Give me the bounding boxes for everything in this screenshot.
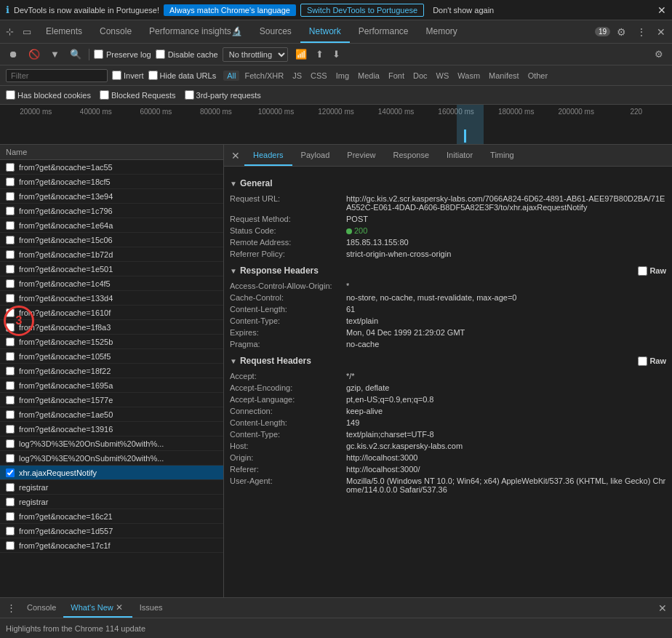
detail-panel: ✕ Headers Payload Preview Response Initi…	[224, 145, 672, 597]
network-item[interactable]: from?get&nocache=1ae50	[0, 407, 223, 422]
tab-sources[interactable]: Sources	[251, 20, 300, 43]
tab-performance[interactable]: Performance	[350, 20, 417, 43]
wifi-icon[interactable]: 📶	[292, 47, 310, 61]
network-item[interactable]: from?get&nocache=1b72d	[0, 247, 223, 262]
filter-other[interactable]: Other	[524, 71, 552, 81]
device-icon[interactable]: ▭	[20, 25, 34, 39]
filter-all[interactable]: All	[223, 71, 239, 81]
general-section-header[interactable]: ▼ General	[230, 178, 666, 188]
whats-new-close-icon[interactable]: ✕	[113, 602, 125, 613]
raw-request-checkbox[interactable]	[638, 356, 647, 366]
download-icon[interactable]: ⬇	[329, 47, 343, 61]
network-item[interactable]: log?%3D%3E%20OnSubmit%20with%...	[0, 451, 223, 466]
preserve-log-checkbox[interactable]	[94, 49, 103, 59]
filter-media[interactable]: Media	[354, 71, 383, 81]
detail-tab-headers[interactable]: Headers	[244, 145, 292, 166]
tab-performance-insights[interactable]: Performance insights 🔬	[140, 20, 251, 43]
filter-img[interactable]: Img	[332, 71, 353, 81]
network-item[interactable]: from?get&nocache=133d4	[0, 291, 223, 306]
detail-tab-response[interactable]: Response	[384, 145, 438, 166]
network-item[interactable]: from?get&nocache=16c21	[0, 509, 223, 524]
detail-tab-payload[interactable]: Payload	[292, 145, 339, 166]
filter-ws[interactable]: WS	[433, 71, 453, 81]
tab-memory[interactable]: Memory	[417, 20, 466, 43]
tab-elements[interactable]: Elements	[37, 20, 91, 43]
filter-manifest[interactable]: Manifest	[485, 71, 523, 81]
bottom-tab-console[interactable]: Console	[20, 598, 63, 618]
filter-css[interactable]: CSS	[307, 71, 331, 81]
network-item[interactable]: from?get&nocache=1c4f5	[0, 276, 223, 291]
third-party-checkbox[interactable]	[185, 90, 194, 100]
network-item[interactable]: from?get&nocache=18f22	[0, 364, 223, 378]
network-item[interactable]: log?%3D%3E%20OnSubmit%20with%...	[0, 436, 223, 451]
network-item-selected[interactable]: xhr.ajaxRequestNotify	[0, 466, 223, 480]
network-item[interactable]: from?get&nocache=1610f	[0, 306, 223, 320]
network-item[interactable]: from?get&nocache=17c1f	[0, 538, 223, 553]
network-item[interactable]: from?get&nocache=13e94	[0, 189, 223, 204]
network-settings-icon[interactable]: ⚙	[652, 47, 666, 61]
hide-data-urls-checkbox[interactable]	[148, 71, 158, 80]
tab-network[interactable]: Network	[300, 20, 350, 43]
filter-input[interactable]	[6, 69, 108, 82]
column-resize-handle[interactable]	[220, 145, 223, 159]
filter-js[interactable]: JS	[289, 71, 305, 81]
btn-switch-devtools[interactable]: Switch DevTools to Portuguese	[300, 4, 424, 17]
blocked-requests-checkbox[interactable]	[100, 90, 109, 100]
network-item[interactable]: from?get&nocache=1525b	[0, 335, 223, 349]
network-item[interactable]: from?get&nocache=1e501	[0, 262, 223, 276]
network-item[interactable]: from?get&nocache=105f5	[0, 349, 223, 364]
upload-icon[interactable]: ⬆	[313, 47, 327, 61]
settings-icon[interactable]: ⚙	[613, 25, 630, 39]
has-blocked-cookies-checkbox[interactable]	[6, 90, 15, 100]
response-headers-section-header[interactable]: ▼ Response Headers Raw	[230, 266, 666, 276]
filter-wasm[interactable]: Wasm	[454, 71, 484, 81]
detail-tab-preview[interactable]: Preview	[338, 145, 384, 166]
btn-dont-show[interactable]: Don't show again	[428, 4, 498, 16]
clear-button[interactable]: 🚫	[25, 47, 43, 61]
detail-tab-timing[interactable]: Timing	[481, 145, 523, 166]
disable-cache-checkbox[interactable]	[156, 49, 165, 59]
network-item[interactable]: from?get&nocache=18cf5	[0, 175, 223, 189]
detail-tab-initiator[interactable]: Initiator	[438, 145, 481, 166]
detail-tab-bar: ✕ Headers Payload Preview Response Initi…	[224, 145, 672, 167]
detail-close-button[interactable]: ✕	[227, 148, 244, 163]
accept-language-key: Accept-Language:	[230, 395, 346, 404]
bottom-tab-issues[interactable]: Issues	[132, 598, 170, 618]
banner-close-button[interactable]: ✕	[657, 4, 666, 16]
more-tabs-icon[interactable]: ⋮	[633, 25, 650, 39]
access-control-key: Access-Control-Allow-Origin:	[230, 282, 346, 290]
network-item[interactable]: from?get&nocache=1ac55	[0, 160, 223, 175]
filter-doc[interactable]: Doc	[409, 71, 431, 81]
status-code-row: Status Code: 200	[230, 225, 666, 236]
network-item[interactable]: from?get&nocache=1d557	[0, 524, 223, 538]
network-items-list: from?get&nocache=1ac55 from?get&nocache=…	[0, 160, 223, 597]
throttle-select[interactable]: No throttling	[223, 47, 288, 62]
network-item[interactable]: from?get&nocache=1695a	[0, 378, 223, 393]
tab-console[interactable]: Console	[91, 20, 140, 43]
search-button[interactable]: 🔍	[67, 47, 84, 61]
network-item[interactable]: from?get&nocache=1577e	[0, 393, 223, 407]
filter-icon-button[interactable]: ▼	[47, 47, 63, 61]
network-item[interactable]: from?get&nocache=13916	[0, 422, 223, 436]
bottom-more-icon[interactable]: ⋮	[3, 601, 20, 615]
network-item[interactable]: from?get&nocache=1e64a	[0, 218, 223, 233]
network-item[interactable]: registrar	[0, 480, 223, 495]
raw-response-checkbox[interactable]	[638, 266, 647, 276]
btn-match-language[interactable]: Always match Chrome's language	[164, 4, 296, 16]
request-url-value: http://gc.kis.v2.scr.kaspersky-labs.com/…	[346, 194, 666, 212]
filter-font[interactable]: Font	[385, 71, 408, 81]
bottom-tab-whats-new[interactable]: What's New ✕	[63, 598, 132, 618]
bottom-panel-close-icon[interactable]: ✕	[656, 602, 669, 614]
invert-checkbox[interactable]	[112, 71, 121, 80]
network-item[interactable]: registrar	[0, 495, 223, 509]
content-length-resp-row: Content-Length: 61	[230, 303, 666, 315]
filter-fetch-xhr[interactable]: Fetch/XHR	[241, 71, 287, 81]
network-item[interactable]: from?get&nocache=15c06	[0, 233, 223, 247]
request-headers-section-header[interactable]: ▼ Request Headers Raw	[230, 356, 666, 366]
close-devtools-icon[interactable]: ✕	[653, 25, 669, 39]
record-button[interactable]: ⏺	[6, 47, 21, 61]
network-item[interactable]: from?get&nocache=1c796	[0, 204, 223, 218]
network-item[interactable]: from?get&nocache=1f8a3	[0, 320, 223, 335]
content-type-req-row: Content-Type: text/plain;charset=UTF-8	[230, 428, 666, 440]
cursor-icon[interactable]: ⊹	[3, 25, 17, 39]
